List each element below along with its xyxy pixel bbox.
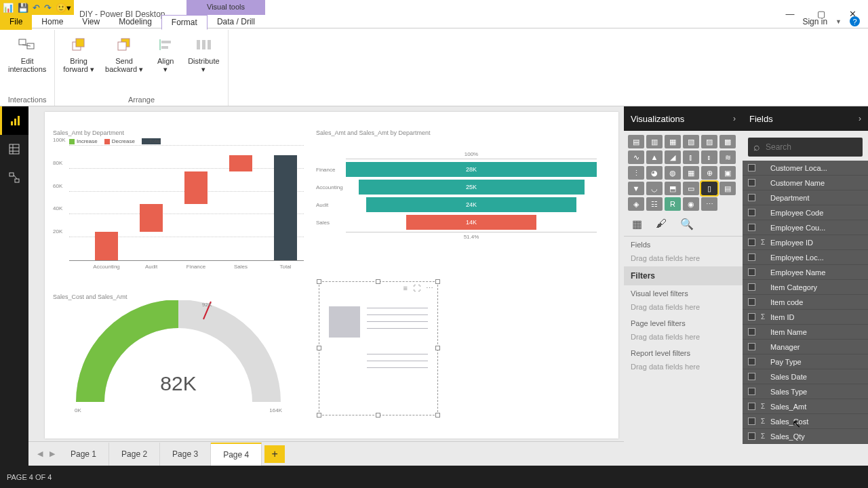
- tab-format[interactable]: Format: [161, 15, 208, 30]
- format-tab-icon[interactable]: 🖌: [656, 218, 667, 230]
- page-tab[interactable]: Page 3: [160, 443, 211, 466]
- tab-modeling[interactable]: Modeling: [109, 15, 161, 30]
- field-checkbox[interactable]: [748, 283, 755, 291]
- field-item[interactable]: Employee Name: [743, 265, 868, 280]
- page-tab[interactable]: Page 2: [109, 443, 160, 466]
- hamburger-icon[interactable]: ≡: [403, 284, 408, 292]
- vis-r-icon[interactable]: R: [665, 197, 681, 211]
- field-item[interactable]: ΣEmployee ID: [743, 235, 868, 250]
- vis-stacked-area-icon[interactable]: ◢: [665, 150, 681, 164]
- report-page[interactable]: Sales_Amt by Department Increase Decreas…: [45, 112, 618, 439]
- field-item[interactable]: Sales Date: [743, 369, 868, 384]
- page-tab[interactable]: Page 4: [211, 443, 262, 466]
- funnel-chart[interactable]: Sales_Amt and Sales_Amt by Department 10…: [316, 129, 597, 265]
- save-icon[interactable]: 💾: [18, 3, 28, 13]
- tab-home[interactable]: Home: [32, 15, 73, 30]
- vis-stacked-column-icon[interactable]: ▦: [665, 135, 681, 148]
- focus-mode-icon[interactable]: ⛶: [413, 284, 420, 292]
- field-checkbox[interactable]: [748, 432, 755, 440]
- fields-search[interactable]: ⌕: [748, 138, 863, 157]
- model-view-button[interactable]: [0, 163, 28, 192]
- vis-filled-map-icon[interactable]: ▣: [719, 166, 736, 180]
- chevron-right-icon[interactable]: ›: [859, 114, 861, 123]
- field-checkbox[interactable]: [748, 209, 755, 216]
- analytics-tab-icon[interactable]: 🔍: [680, 218, 694, 230]
- vis-scatter-icon[interactable]: ⋮: [628, 166, 644, 180]
- field-item[interactable]: ΣSales_Cost: [743, 414, 868, 429]
- report-filters-well[interactable]: Drag data fields here: [624, 359, 743, 375]
- distribute-button[interactable]: Distribute▾: [184, 33, 223, 75]
- page-prev-button[interactable]: ◀: [34, 446, 46, 462]
- vis-gauge-icon[interactable]: ◡: [646, 182, 663, 195]
- fields-well[interactable]: Drag data fields here: [624, 250, 743, 266]
- bring-forward-button[interactable]: Bringforward ▾: [59, 33, 98, 75]
- vis-more-icon[interactable]: ⋯: [701, 197, 717, 211]
- field-checkbox[interactable]: [748, 418, 755, 425]
- fields-tab-icon[interactable]: ▦: [632, 218, 642, 230]
- field-checkbox[interactable]: [748, 403, 755, 410]
- field-checkbox[interactable]: [748, 268, 755, 276]
- file-tab[interactable]: File: [0, 15, 32, 30]
- align-button[interactable]: Align▾: [150, 33, 181, 75]
- field-item[interactable]: ΣSales_Qty: [743, 429, 868, 444]
- page-tab[interactable]: Page 1: [58, 443, 109, 466]
- vis-ribbon-icon[interactable]: ≋: [719, 150, 736, 164]
- vis-kpi-icon[interactable]: ◈: [628, 197, 644, 211]
- field-checkbox[interactable]: [748, 179, 755, 186]
- tab-data-drill[interactable]: Data / Drill: [208, 15, 264, 30]
- field-item[interactable]: Customer Loca...: [743, 161, 868, 176]
- field-item[interactable]: Department: [743, 190, 868, 205]
- field-checkbox[interactable]: [748, 224, 755, 231]
- field-item[interactable]: Employee Cou...: [743, 220, 868, 235]
- search-input[interactable]: [766, 142, 867, 152]
- chevron-right-icon[interactable]: ›: [733, 114, 736, 123]
- vis-line-icon[interactable]: ∿: [628, 150, 644, 164]
- vis-donut-icon[interactable]: ◍: [665, 166, 681, 180]
- field-item[interactable]: Item Category: [743, 280, 868, 295]
- field-checkbox[interactable]: [748, 388, 755, 395]
- vis-card-icon[interactable]: ▯: [701, 182, 717, 195]
- vis-100-column-icon[interactable]: ▩: [719, 135, 736, 148]
- waterfall-chart[interactable]: Sales_Amt by Department Increase Decreas…: [53, 129, 304, 285]
- field-checkbox[interactable]: [748, 194, 755, 201]
- field-item[interactable]: Employee Code: [743, 205, 868, 220]
- field-item[interactable]: ΣSales_Amt: [743, 399, 868, 414]
- vis-clustered-column-icon[interactable]: ▧: [683, 135, 699, 148]
- redo-icon[interactable]: ↷: [44, 3, 52, 13]
- vis-treemap-icon[interactable]: ▦: [683, 166, 699, 180]
- field-item[interactable]: Pay Type: [743, 354, 868, 369]
- vis-multi-card-icon[interactable]: ▤: [719, 182, 736, 195]
- pane-header[interactable]: Visualizations›: [624, 106, 743, 131]
- field-checkbox[interactable]: [748, 313, 755, 321]
- vis-python-icon[interactable]: ◉: [683, 197, 699, 211]
- vis-map-icon[interactable]: ⊕: [701, 166, 717, 180]
- visual-filters-well[interactable]: Drag data fields here: [624, 299, 743, 315]
- field-item[interactable]: Customer Name: [743, 176, 868, 190]
- vis-line-stacked-icon[interactable]: ⫾: [701, 150, 717, 164]
- field-checkbox[interactable]: [748, 328, 755, 336]
- vis-clustered-bar-icon[interactable]: ▥: [646, 135, 663, 148]
- field-checkbox[interactable]: [748, 358, 755, 365]
- emoji-icon[interactable]: 🙂▾: [56, 3, 71, 13]
- field-checkbox[interactable]: [748, 253, 755, 261]
- vis-pie-icon[interactable]: ◕: [646, 166, 663, 180]
- send-backward-button[interactable]: Sendbackward ▾: [101, 33, 147, 75]
- report-canvas[interactable]: Sales_Amt by Department Increase Decreas…: [28, 106, 624, 466]
- signin-link[interactable]: Sign in: [802, 17, 827, 26]
- more-options-icon[interactable]: ⋯: [426, 284, 433, 293]
- vis-100-bar-icon[interactable]: ▨: [701, 135, 717, 148]
- vis-stacked-bar-icon[interactable]: ▤: [628, 135, 644, 148]
- field-checkbox[interactable]: [748, 343, 755, 350]
- field-item[interactable]: Employee Loc...: [743, 250, 868, 265]
- vis-area-icon[interactable]: ▲: [646, 150, 663, 164]
- tab-view[interactable]: View: [73, 15, 109, 30]
- data-view-button[interactable]: [0, 135, 28, 163]
- field-item[interactable]: ΣItem ID: [743, 310, 868, 325]
- page-next-button[interactable]: ▶: [46, 446, 58, 462]
- pane-header[interactable]: Fields›: [743, 106, 868, 131]
- gauge-chart[interactable]: Sales_Cost and Sales_Amt 92K 82K 0K164K: [53, 293, 304, 429]
- chevron-down-icon[interactable]: ▼: [835, 18, 842, 25]
- report-view-button[interactable]: [0, 106, 28, 135]
- vis-slicer-icon[interactable]: ▭: [683, 182, 699, 195]
- field-checkbox[interactable]: [748, 373, 755, 380]
